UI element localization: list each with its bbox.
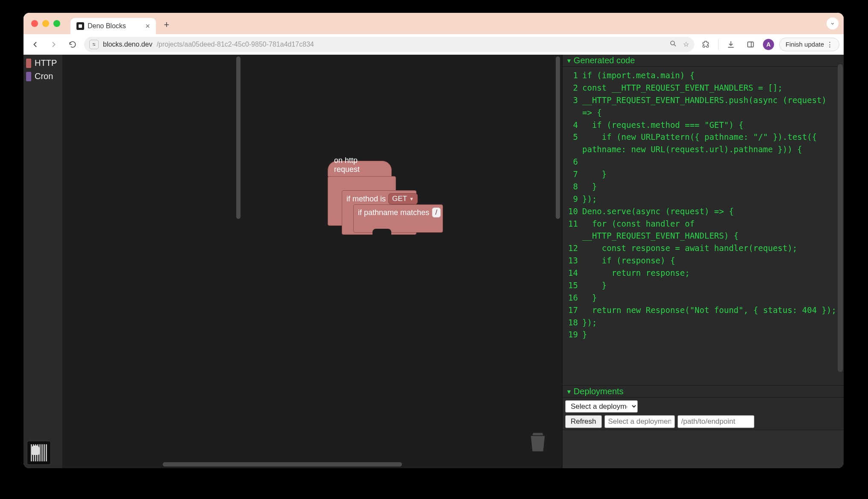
- forward-button[interactable]: [47, 37, 61, 52]
- block-stack[interactable]: on http request if method is GET ▼: [328, 161, 396, 226]
- kebab-icon: ⋮: [827, 41, 833, 48]
- generated-code-area: 1if (import.meta.main) {2const __HTTP_RE…: [563, 67, 844, 385]
- code-text: __HTTP_REQUEST_EVENT_HANDLERS.push(async…: [582, 94, 839, 119]
- line-number: 12: [567, 242, 578, 254]
- extensions-icon[interactable]: [698, 37, 713, 52]
- panel-title: Deployments: [574, 387, 624, 396]
- line-number: 6: [567, 156, 578, 168]
- workspace-vertical-scrollbar[interactable]: [556, 56, 560, 467]
- block-on-http-request[interactable]: on http request: [328, 161, 392, 177]
- minimize-window-icon[interactable]: [42, 20, 49, 27]
- blockly-workspace[interactable]: on http request if method is GET ▼: [63, 55, 562, 468]
- code-text: }: [582, 279, 607, 292]
- code-text: const __HTTP_REQUEST_EVENT_HANDLERS = []…: [582, 82, 783, 94]
- block-if-method[interactable]: if method is GET ▼ if pathname matches: [342, 190, 416, 235]
- disclosure-triangle-icon: ▼: [566, 57, 572, 64]
- code-text: });: [582, 316, 597, 329]
- code-scrollbar[interactable]: [838, 64, 843, 372]
- code-text: return response;: [582, 267, 690, 279]
- deployments-section: ▼ Deployments Select a deployment Refres…: [563, 385, 844, 468]
- line-number: 15: [567, 279, 578, 292]
- block-if-pathname[interactable]: if pathname matches /: [353, 204, 443, 233]
- line-number: 5: [567, 131, 578, 156]
- code-text: Deno.serve(async (request) => {: [582, 205, 734, 218]
- toolbox-category-cron[interactable]: Cron: [23, 70, 62, 83]
- code-text: if (new URLPattern({ pathname: "/" }).te…: [582, 131, 839, 156]
- bookmark-icon[interactable]: ☆: [683, 40, 689, 48]
- side-panel-icon[interactable]: [743, 37, 758, 52]
- browser-tab[interactable]: Deno Blocks ×: [70, 18, 156, 34]
- maximize-window-icon[interactable]: [53, 20, 60, 27]
- line-number: 16: [567, 292, 578, 304]
- code-text: }: [582, 328, 587, 341]
- browser-toolbar: blocks.deno.dev/projects/aa05deed-81c2-4…: [23, 34, 844, 55]
- refresh-button[interactable]: Refresh: [565, 415, 602, 428]
- zoom-icon[interactable]: [669, 40, 677, 49]
- app-root: HTTP Cron on http request: [23, 55, 844, 468]
- block-label: if method is: [346, 195, 386, 204]
- code-text: }: [582, 292, 597, 304]
- block-label: if pathname matches: [358, 208, 429, 217]
- block-on-http-request-body[interactable]: if method is GET ▼ if pathname matches: [328, 176, 396, 226]
- profile-avatar[interactable]: A: [763, 39, 774, 50]
- close-tab-icon[interactable]: ×: [145, 22, 150, 31]
- tab-overflow-icon[interactable]: [827, 18, 839, 30]
- svg-point-0: [93, 43, 94, 44]
- deployment-select[interactable]: Select a deployment: [565, 400, 638, 413]
- line-number: 17: [567, 304, 578, 316]
- code-line: 15 }: [567, 279, 839, 292]
- panel-title: Generated code: [574, 56, 635, 65]
- toolbox-scrollbar[interactable]: [236, 56, 240, 219]
- line-number: 2: [567, 82, 578, 94]
- workspace-horizontal-scrollbar[interactable]: [65, 462, 560, 467]
- close-window-icon[interactable]: [31, 20, 38, 27]
- refresh-label: Refresh: [571, 417, 596, 425]
- address-bar[interactable]: blocks.deno.dev/projects/aa05deed-81c2-4…: [84, 37, 694, 52]
- code-line: 9});: [567, 193, 839, 205]
- reload-button[interactable]: [65, 37, 80, 52]
- back-button[interactable]: [28, 37, 42, 52]
- block-label: on http request: [334, 156, 385, 174]
- code-text: }: [582, 180, 597, 193]
- svg-point-2: [671, 41, 674, 45]
- favicon-icon: [76, 22, 84, 30]
- deployment-input[interactable]: [604, 415, 675, 428]
- code-line: 8 }: [567, 180, 839, 193]
- site-settings-icon[interactable]: [89, 40, 99, 49]
- code-line: 2const __HTTP_REQUEST_EVENT_HANDLERS = […: [567, 82, 839, 94]
- tab-title: Deno Blocks: [88, 22, 126, 30]
- code-line: 12 const response = await handler(reques…: [567, 242, 839, 254]
- code-text: if (import.meta.main) {: [582, 69, 695, 82]
- deployments-header[interactable]: ▼ Deployments: [563, 386, 844, 398]
- code-line: 13 if (response) {: [567, 254, 839, 267]
- trash-icon[interactable]: [528, 431, 547, 454]
- code-line: 5 if (new URLPattern({ pathname: "/" }).…: [567, 131, 839, 156]
- new-tab-button[interactable]: +: [160, 18, 173, 31]
- line-number: 8: [567, 180, 578, 193]
- line-number: 4: [567, 119, 578, 131]
- code-text: if (response) {: [582, 254, 675, 267]
- code-text: for (const handler of __HTTP_REQUEST_EVE…: [582, 218, 839, 242]
- window-controls: [31, 20, 60, 27]
- code-line: 18});: [567, 316, 839, 329]
- finish-update-button[interactable]: Finish update ⋮: [779, 38, 839, 51]
- code-line: 1if (import.meta.main) {: [567, 69, 839, 82]
- toolbox-category-http[interactable]: HTTP: [23, 56, 62, 70]
- blockly-toolbox: HTTP Cron: [23, 55, 63, 468]
- finish-update-label: Finish update: [786, 41, 824, 48]
- download-icon[interactable]: [724, 37, 738, 52]
- method-dropdown[interactable]: GET ▼: [388, 193, 418, 204]
- line-number: 18: [567, 316, 578, 329]
- block-input-slot[interactable]: [372, 229, 391, 242]
- generated-code-header[interactable]: ▼ Generated code: [563, 55, 844, 67]
- pathname-input[interactable]: /: [432, 207, 441, 218]
- category-color-chip: [26, 72, 31, 81]
- line-number: 9: [567, 193, 578, 205]
- method-value: GET: [392, 195, 407, 203]
- code-line: 19}: [567, 328, 839, 341]
- endpoint-path-input[interactable]: [677, 415, 754, 428]
- code-line: 14 return response;: [567, 267, 839, 279]
- url-path: /projects/aa05deed-81c2-45c0-9850-781a4d…: [157, 41, 314, 48]
- browser-window: Deno Blocks × + blocks.deno.dev/projects…: [23, 13, 844, 468]
- code-line: 10Deno.serve(async (request) => {: [567, 205, 839, 218]
